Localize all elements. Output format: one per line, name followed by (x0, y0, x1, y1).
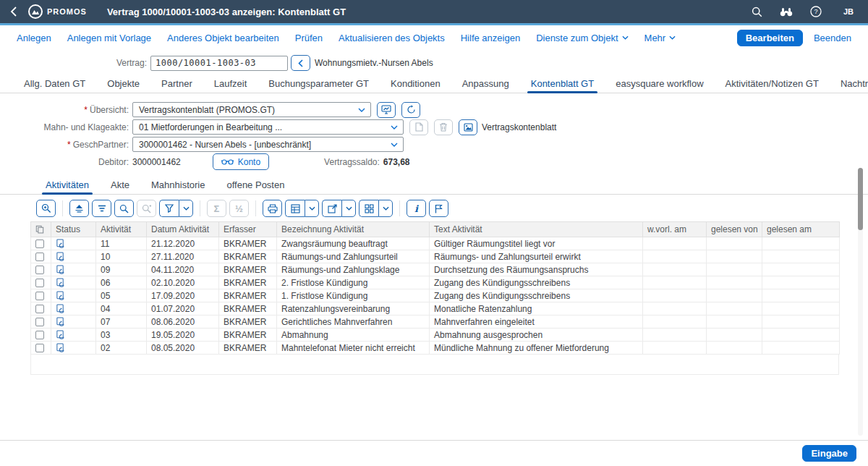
menu-anlegen-mit-vorlage[interactable]: Anlegen mit Vorlage (61, 30, 158, 46)
menu-dienste-dropdown[interactable]: Dienste zum Objekt (529, 30, 634, 46)
edit-button[interactable]: Bearbeiten (737, 30, 803, 46)
info-button[interactable]: i (407, 200, 426, 217)
column-header-gelesen-am[interactable]: gelesen am (762, 222, 840, 237)
activity-status-icon[interactable] (56, 291, 65, 300)
tab-laufzeit[interactable]: Laufzeit (203, 76, 258, 93)
binoculars-button[interactable] (780, 7, 793, 17)
sort-descending-button[interactable] (92, 200, 111, 217)
activity-status-icon[interactable] (56, 330, 65, 339)
tab-easysquare-workflow[interactable]: easysquare workflow (605, 76, 714, 93)
column-header-gelesen-von[interactable]: gelesen von (707, 222, 762, 237)
refresh-button[interactable] (401, 102, 420, 118)
row-checkbox[interactable] (35, 253, 44, 261)
views-menu-button[interactable] (305, 200, 319, 217)
row-checkbox[interactable] (35, 305, 44, 313)
table-row[interactable]: 05 17.09.2020 BKRAMER 1. Fristlose Kündi… (31, 289, 840, 302)
print-button[interactable] (263, 200, 282, 217)
column-header-bezeichnung[interactable]: Bezeichnung Aktivität (277, 222, 430, 237)
table-row[interactable]: 04 01.07.2020 BKRAMER Ratenzahlungsverei… (31, 302, 840, 315)
column-header-wvorl-am[interactable]: w.vorl. am (643, 222, 707, 237)
activity-status-icon[interactable] (56, 239, 65, 248)
table-row[interactable]: 11 21.12.2020 BKRAMER Zwangsräumung beau… (31, 237, 840, 250)
subtotal-button[interactable]: ½ (229, 200, 249, 217)
layout-button[interactable] (359, 200, 378, 217)
activity-status-icon[interactable] (56, 317, 65, 326)
previous-object-button[interactable] (291, 55, 310, 71)
column-header-erfasser[interactable]: Erfasser (219, 222, 277, 237)
layout-menu-button[interactable] (378, 200, 393, 217)
row-checkbox[interactable] (35, 344, 44, 352)
menu-hilfe[interactable]: Hilfe anzeigen (454, 30, 527, 46)
mahn-klageakte-select[interactable]: 01 Mietforderungen in Bearbeitung ... (132, 119, 404, 135)
tab-kontenblatt-gt[interactable]: Kontenblatt GT (520, 76, 605, 93)
activity-status-icon[interactable] (56, 265, 65, 274)
table-row[interactable]: 10 27.11.2020 BKRAMER Räumungs-und Zahlu… (31, 250, 840, 263)
subtab-akte[interactable]: Akte (100, 177, 140, 194)
subtab-offene-posten[interactable]: offene Posten (216, 177, 295, 194)
menu-pruefen[interactable]: Prüfen (289, 30, 329, 46)
row-checkbox[interactable] (35, 318, 44, 326)
konto-button[interactable]: Konto (213, 153, 269, 170)
uebersicht-select[interactable]: Vertragskontenblatt (PROMOS.GT) (132, 102, 371, 117)
table-row[interactable]: 02 08.05.2020 BKRAMER Mahntelefonat Miet… (31, 342, 840, 355)
vertical-scrollbar[interactable] (858, 168, 863, 436)
menu-mehr-dropdown[interactable]: Mehr (638, 30, 683, 46)
select-all-header[interactable] (31, 222, 51, 237)
promos-logo[interactable]: PROMOS (28, 4, 87, 19)
activity-status-icon[interactable] (56, 304, 65, 313)
export-button[interactable] (322, 200, 341, 217)
find-next-button[interactable] (137, 200, 156, 217)
sum-button[interactable]: Σ (207, 200, 226, 217)
row-checkbox[interactable] (35, 279, 44, 287)
row-checkbox[interactable] (35, 292, 44, 300)
sort-ascending-button[interactable] (69, 200, 89, 217)
column-header-text[interactable]: Text Aktivität (430, 222, 643, 237)
table-row[interactable]: 07 08.06.2020 BKRAMER Gerichtliches Mahn… (31, 315, 840, 329)
filter-menu-button[interactable] (179, 200, 193, 217)
column-header-datum[interactable]: Datum Aktivität (147, 222, 219, 237)
kontenblatt-image-button[interactable] (459, 119, 477, 135)
table-row[interactable]: 09 04.11.2020 BKRAMER Räumungs-und Zahlu… (31, 263, 840, 276)
help-button[interactable]: ? (810, 6, 822, 17)
flag-button[interactable] (429, 200, 448, 217)
back-button[interactable] (10, 7, 17, 17)
tab-nachtraege-gt[interactable]: Nachträge GT (830, 76, 868, 93)
table-row[interactable]: 03 19.05.2020 BKRAMER Abmahnung Abmahnun… (31, 329, 840, 342)
menu-aktualisieren[interactable]: Aktualisieren des Objekts (332, 30, 451, 46)
activity-status-icon[interactable] (56, 278, 65, 287)
table-row[interactable]: 06 02.10.2020 BKRAMER 2. Fristlose Kündi… (31, 276, 840, 289)
tab-konditionen[interactable]: Konditionen (380, 76, 451, 93)
tab-aktivitaeten-notizen-gt[interactable]: Aktivitäten/Notizen GT (715, 76, 830, 93)
tab-anpassung[interactable]: Anpassung (451, 76, 520, 93)
subtab-aktivitaeten[interactable]: Aktivitäten (35, 177, 100, 194)
row-checkbox[interactable] (35, 331, 44, 339)
menu-anderes-objekt[interactable]: Anderes Objekt bearbeiten (161, 30, 286, 46)
export-menu-button[interactable] (341, 200, 356, 217)
column-header-aktivitaet[interactable]: Aktivität (96, 222, 147, 237)
tab-buchungsparameter-gt[interactable]: Buchungsparameter GT (258, 76, 380, 93)
menu-anlegen[interactable]: Anlegen (10, 30, 58, 46)
geschpartner-select[interactable]: 3000001462 - Nursen Abels - [unbeschränk… (132, 137, 404, 152)
row-checkbox[interactable] (35, 240, 44, 248)
activity-status-icon[interactable] (56, 252, 65, 261)
user-avatar[interactable]: JB (839, 2, 858, 21)
display-overview-button[interactable] (377, 102, 396, 118)
filter-button[interactable] (159, 200, 179, 217)
detail-button[interactable] (36, 200, 56, 217)
scrollbar-thumb[interactable] (858, 168, 863, 230)
find-button[interactable] (114, 200, 134, 217)
views-button[interactable] (285, 200, 305, 217)
exit-button[interactable]: Beenden (807, 30, 858, 46)
tab-objekte[interactable]: Objekte (96, 76, 150, 93)
vertrag-input[interactable] (150, 56, 288, 71)
tab-allg-daten-gt[interactable]: Allg. Daten GT (13, 76, 96, 93)
subtab-mahnhistorie[interactable]: Mahnhistorie (140, 177, 216, 194)
delete-akte-button[interactable] (434, 119, 453, 135)
row-checkbox[interactable] (35, 266, 44, 274)
enter-button[interactable]: Eingabe (802, 445, 856, 462)
tab-partner[interactable]: Partner (150, 76, 203, 93)
activity-status-icon[interactable] (56, 343, 65, 352)
new-akte-button[interactable] (409, 119, 428, 135)
column-header-status[interactable]: Status (51, 222, 96, 237)
search-button[interactable] (752, 7, 762, 17)
